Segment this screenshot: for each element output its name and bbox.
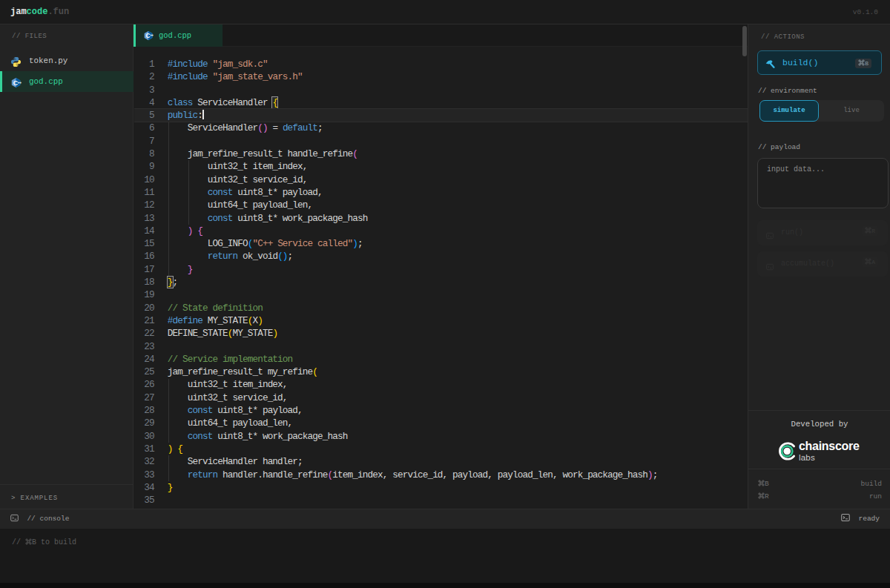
svg-text:+: + (19, 80, 22, 85)
svg-text:+: + (151, 33, 154, 37)
